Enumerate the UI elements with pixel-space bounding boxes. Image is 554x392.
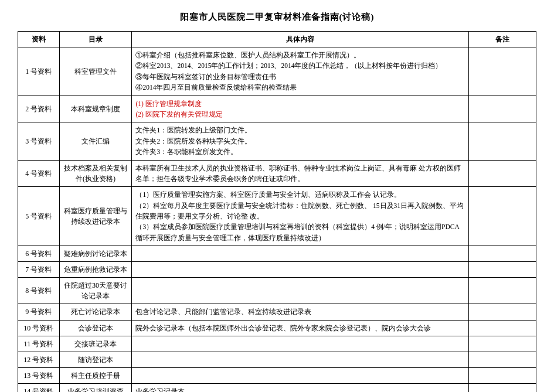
table-row-resource: 12 号资料 bbox=[18, 352, 60, 368]
table-row-content: (1) 医疗管理规章制度(2) 医院下发的有关管理规定 bbox=[132, 96, 469, 122]
table-row-catalog: 危重病例抢救记录本 bbox=[59, 262, 132, 278]
table-row-note bbox=[469, 160, 536, 187]
table-row-content bbox=[132, 246, 469, 262]
table-row-catalog: 科室管理文件 bbox=[59, 47, 132, 96]
table-row-content bbox=[132, 278, 469, 304]
table-row-content: 本科室所有卫生技术人员的执业资格证书、职称证书、特种专业技术岗位上岗证、具有毒麻… bbox=[132, 160, 469, 187]
table-row-note bbox=[469, 384, 536, 392]
table-row-resource: 10 号资料 bbox=[18, 320, 60, 336]
table-row-note bbox=[469, 47, 536, 96]
table-row-catalog: 会诊登记本 bbox=[59, 320, 132, 336]
table-row-content: 包含讨论记录、只能部门监管记录、科室持续改进记录表 bbox=[132, 304, 469, 320]
table-row-note bbox=[469, 96, 536, 122]
table-row-catalog: 疑难病例讨论记录本 bbox=[59, 246, 132, 262]
table-row-resource: 7 号资料 bbox=[18, 262, 60, 278]
table-row-catalog: 科主任质控手册 bbox=[59, 368, 132, 384]
table-row-catalog: 本科室规章制度 bbox=[59, 96, 132, 122]
table-row-resource: 2 号资料 bbox=[18, 96, 60, 122]
table-row-resource: 4 号资料 bbox=[18, 160, 60, 187]
table-row-content bbox=[132, 262, 469, 278]
header-note: 备注 bbox=[469, 32, 536, 47]
table-row-note bbox=[469, 304, 536, 320]
table-row-resource: 11 号资料 bbox=[18, 336, 60, 352]
table-row-content: 院外会诊记录本（包括本院医师外出会诊登记表、院外专家来院会诊登记表）、院内会诊大… bbox=[132, 320, 469, 336]
table-row-content: ①科室介绍（包括推科室床位数、医护人员结构及科室工作开展情况）。②科室2013、… bbox=[132, 47, 469, 96]
table-row-catalog: 业务学习培训资查 bbox=[59, 384, 132, 392]
header-resource: 资料 bbox=[18, 32, 60, 47]
table-row-note bbox=[469, 262, 536, 278]
table-row-resource: 8 号资料 bbox=[18, 278, 60, 304]
page-title: 阳塞市人民医院二甲复审材料准备指南(讨论稿) bbox=[18, 12, 536, 23]
table-row-content: 业务学习记录本 bbox=[132, 384, 469, 392]
header-catalog: 目录 bbox=[59, 32, 132, 47]
table-row-resource: 6 号资料 bbox=[18, 246, 60, 262]
table-row-content bbox=[132, 352, 469, 368]
table-row-content bbox=[132, 368, 469, 384]
table-row-note bbox=[469, 352, 536, 368]
table-row-resource: 3 号资料 bbox=[18, 122, 60, 160]
table-row-note bbox=[469, 320, 536, 336]
table-row-catalog: 文件汇编 bbox=[59, 122, 132, 160]
table-row-resource: 9 号资料 bbox=[18, 304, 60, 320]
table-row-catalog: 随访登记本 bbox=[59, 352, 132, 368]
table-row-resource: 13 号资料 bbox=[18, 368, 60, 384]
table-row-note bbox=[469, 246, 536, 262]
table-row-note bbox=[469, 278, 536, 304]
table-row-resource: 5 号资料 bbox=[18, 187, 60, 246]
table-row-note bbox=[469, 368, 536, 384]
table-row-catalog: 技术档案及相关复制件(执业资格) bbox=[59, 160, 132, 187]
table-row-catalog: 住院超过30天意要讨论记录本 bbox=[59, 278, 132, 304]
table-row-note bbox=[469, 336, 536, 352]
table-row-note bbox=[469, 122, 536, 160]
table-row-resource: 1 号资料 bbox=[18, 47, 60, 96]
table-row-resource: 14 号资料 bbox=[18, 384, 60, 392]
table-row-catalog: 科室医疗质量管理与持续改进记录本 bbox=[59, 187, 132, 246]
table-row-catalog: 死亡讨论记录本 bbox=[59, 304, 132, 320]
table-row-note bbox=[469, 187, 536, 246]
table-row-content: 文件夹1：医院转发的上级部门文件。文件夹2：医院所发各种块字头文件。文件夹3：各… bbox=[132, 122, 469, 160]
table-row-catalog: 交接班记录本 bbox=[59, 336, 132, 352]
header-content: 具体内容 bbox=[132, 32, 469, 47]
main-table: 资料 目录 具体内容 备注 1 号资料科室管理文件①科室介绍（包括推科室床位数、… bbox=[18, 31, 536, 392]
table-row-content bbox=[132, 336, 469, 352]
table-row-content: （1）医疗质量管理实施方案、科室医疗质量与安全计划、适病职称及工作会 认记录。（… bbox=[132, 187, 469, 246]
